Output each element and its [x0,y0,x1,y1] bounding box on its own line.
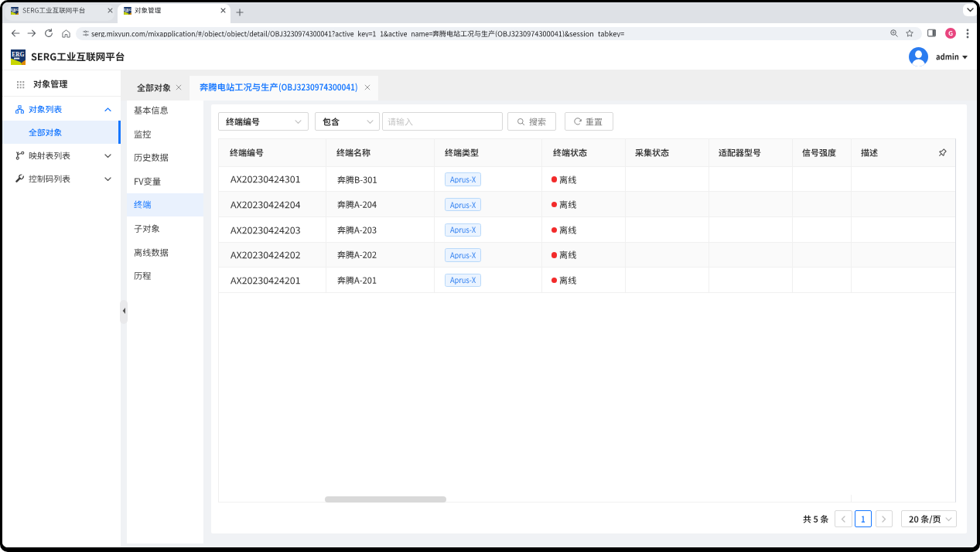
svg-text:ERG: ERG [11,7,19,11]
svg-text:ERG: ERG [12,52,25,58]
svg-text:ERG: ERG [124,7,131,11]
